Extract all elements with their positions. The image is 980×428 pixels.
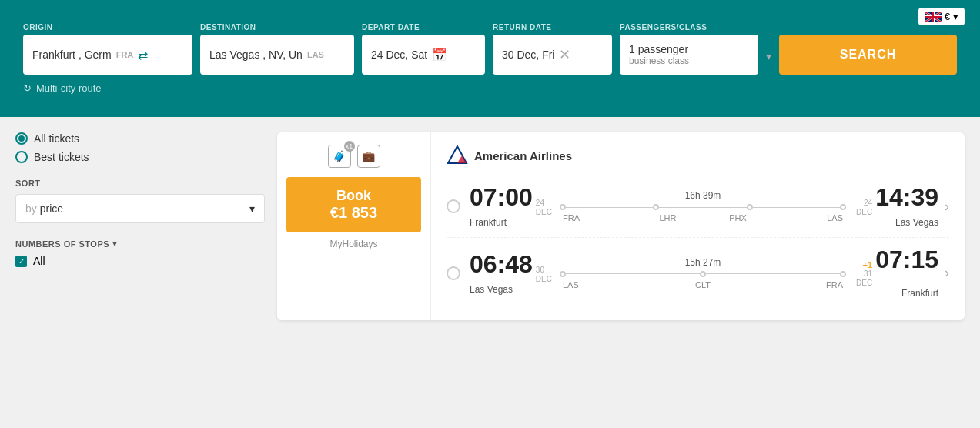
inbound-expand-icon[interactable]: ›	[938, 265, 949, 281]
sort-price: price	[40, 202, 63, 215]
destination-field-group: DESTINATION Las Vegas , NV, Un LAS	[200, 23, 354, 75]
search-button[interactable]: SEARCH	[779, 35, 957, 75]
inbound-arr-day: 31	[856, 269, 872, 279]
expand-icon[interactable]: ›	[938, 199, 949, 215]
luggage-count: x1	[344, 141, 355, 152]
origin-field-group: ORIGIN Frankfurt , Germ FRA ⇄	[23, 23, 192, 75]
route-line-segment3	[753, 207, 840, 208]
inbound-route-line	[560, 271, 846, 277]
outbound-flight-row: 07:00 24 DEC Frankfurt 16h 39m	[447, 176, 949, 238]
language-selector[interactable]: € ▾	[918, 8, 965, 25]
outbound-arr-time: 14:39	[875, 185, 938, 209]
sort-label: SORT	[15, 179, 265, 188]
origin-input[interactable]: Frankfurt , Germ FRA ⇄	[23, 35, 192, 75]
pax-label: PASSENGERS/CLASS	[620, 23, 758, 32]
stops-all-checkbox[interactable]: ✓	[15, 256, 27, 267]
card-left: 🧳 x1 💼 Book €1 853 MyHolidays	[277, 132, 431, 320]
inbound-dep-city: Las Vegas	[470, 284, 552, 295]
outbound-arr-day: 24	[856, 199, 872, 208]
route-line-segment	[566, 207, 653, 208]
origin-code: FRA	[116, 50, 134, 59]
book-button[interactable]: Book €1 853	[286, 177, 421, 232]
multi-city-label: Multi-city route	[36, 82, 102, 94]
card-right: American Airlines 07:00 24 DEC Fran	[431, 132, 965, 320]
outbound-route-line	[560, 204, 846, 210]
inbound-duration: 15h 27m	[685, 257, 721, 268]
sort-section: SORT by price ▾	[15, 179, 265, 223]
sort-dropdown[interactable]: by price ▾	[15, 194, 265, 223]
pax-value: 1 passenger	[629, 43, 688, 55]
airline-name: American Airlines	[474, 149, 572, 162]
inbound-arr-month: DEC	[856, 279, 872, 288]
route-dot-start	[560, 204, 566, 210]
outbound-dep-time: 07:00	[470, 185, 533, 209]
outbound-arr-block: 24 DEC 14:39 Las Vegas	[854, 185, 938, 228]
book-label: Book	[302, 188, 406, 204]
stops-all-option[interactable]: ✓ All	[15, 255, 265, 267]
multi-city-link[interactable]: ↻ Multi-city route	[23, 82, 957, 94]
inbound-stop1: LAS	[563, 280, 656, 289]
inbound-dot-start	[560, 271, 566, 277]
outbound-dep-block: 07:00 24 DEC Frankfurt	[470, 185, 552, 228]
inbound-arr-time: 07:15	[875, 247, 938, 272]
route-line-segment2	[659, 207, 746, 208]
depart-input[interactable]: 24 Dec, Sat 📅	[362, 35, 485, 75]
route-dot-2	[653, 204, 659, 210]
swap-icon[interactable]: ⇄	[138, 48, 148, 62]
inbound-dot-2	[700, 271, 706, 277]
checked-bag-icon: 🧳 x1	[328, 145, 351, 168]
inbound-dep-time: 06:48	[470, 252, 533, 276]
outbound-dep-city: Frankfurt	[470, 217, 552, 228]
all-tickets-option[interactable]: All tickets	[15, 132, 265, 145]
return-input[interactable]: 30 Dec, Fri ✕	[493, 35, 612, 75]
outbound-dep-month: DEC	[536, 208, 552, 217]
flag-icon	[925, 12, 942, 22]
outbound-stop3: PHX	[703, 213, 773, 222]
american-airlines-logo	[447, 145, 468, 166]
inbound-radio[interactable]	[447, 266, 460, 280]
main-content: All tickets Best tickets SORT by price ▾…	[0, 117, 980, 348]
passengers-class-group: PASSENGERS/CLASS 1 passenger business cl…	[620, 23, 758, 75]
class-value: business class	[629, 55, 689, 66]
destination-value: Las Vegas , NV, Un	[209, 48, 303, 61]
pax-chevron-icon: ▾	[766, 50, 771, 62]
search-form: ORIGIN Frankfurt , Germ FRA ⇄ DESTINATIO…	[23, 23, 957, 75]
carry-on-icon: 💼	[357, 145, 380, 168]
best-tickets-option[interactable]: Best tickets	[15, 151, 265, 163]
airline-header: American Airlines	[447, 145, 949, 166]
inbound-flight-row: 06:48 30 DEC Las Vegas 15h 27m	[447, 238, 949, 308]
outbound-stops-codes: FRA LHR PHX LAS	[560, 213, 846, 222]
depart-value: 24 Dec, Sat	[371, 48, 427, 61]
outbound-stop2: LHR	[633, 213, 703, 222]
currency-label: €	[945, 11, 950, 22]
outbound-stop4: LAS	[773, 213, 843, 222]
destination-code: LAS	[307, 50, 324, 59]
inbound-stop2: CLT	[656, 280, 749, 289]
route-dot-3	[747, 204, 753, 210]
provider-name: MyHolidays	[329, 239, 377, 249]
depart-date-group: DEPART DATE 24 Dec, Sat 📅	[362, 23, 485, 75]
best-tickets-radio[interactable]	[15, 151, 28, 163]
outbound-radio[interactable]	[447, 199, 460, 213]
calendar-icon: 📅	[432, 48, 447, 62]
pax-input[interactable]: 1 passenger business class	[620, 35, 758, 75]
inbound-dep-month: DEC	[536, 275, 552, 284]
outbound-route: 16h 39m FRA LHR	[552, 190, 854, 222]
inbound-arr-block: +1 31 DEC 07:15 Frankfurt	[854, 247, 938, 299]
search-header: € ▾ ORIGIN Frankfurt , Germ FRA ⇄ DESTIN…	[0, 0, 980, 117]
destination-input[interactable]: Las Vegas , NV, Un LAS	[200, 35, 354, 75]
inbound-line-segment2	[706, 273, 840, 274]
svg-rect-8	[932, 12, 934, 22]
all-tickets-radio[interactable]	[15, 132, 28, 145]
origin-label: ORIGIN	[23, 23, 192, 32]
all-tickets-label: All tickets	[34, 132, 79, 145]
stops-chevron-icon: ▾	[112, 239, 118, 249]
stops-all-label: All	[33, 255, 45, 267]
inbound-stop3: FRA	[750, 280, 843, 289]
return-label: RETURN DATE	[493, 23, 612, 32]
origin-value: Frankfurt , Germ	[32, 48, 112, 61]
clear-icon[interactable]: ✕	[559, 46, 570, 63]
inbound-dot-end	[840, 271, 846, 277]
ticket-type-filter: All tickets Best tickets	[15, 132, 265, 163]
outbound-duration: 16h 39m	[685, 190, 721, 201]
